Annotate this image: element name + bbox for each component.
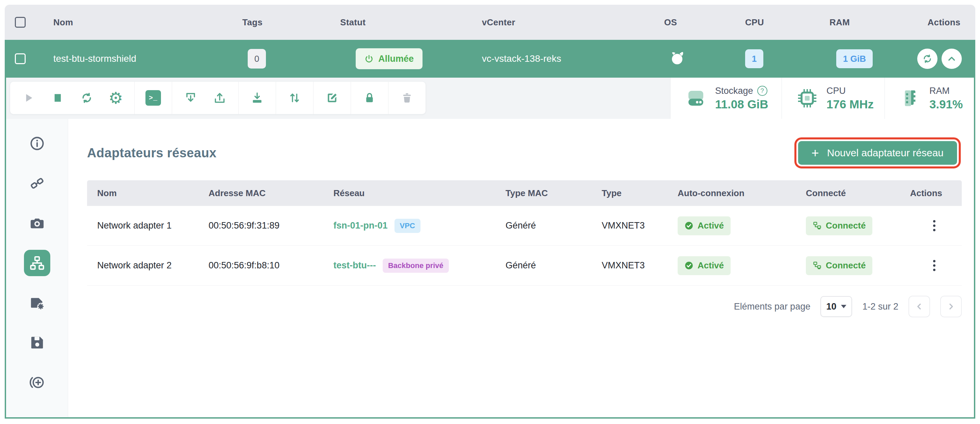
lock-icon — [363, 92, 375, 104]
th-actions: Actions — [905, 188, 962, 199]
sidebar-item-info[interactable] — [24, 130, 50, 157]
vm-row[interactable]: test-btu-stormshield 0 Allumée vc-vstack… — [5, 40, 975, 78]
next-page-button[interactable] — [940, 296, 962, 317]
vm-vcenter: vc-vstack-138-reks — [474, 53, 656, 64]
sync-button[interactable] — [917, 49, 937, 69]
lock-button[interactable] — [355, 82, 384, 114]
adapter-type: VMXNET3 — [602, 220, 678, 231]
auto-connect-badge: Activé — [678, 256, 730, 275]
vm-expanded-section: ⚙ >_ — [5, 78, 975, 419]
sidebar-item-cables[interactable] — [24, 170, 50, 196]
ram-stat: RAM 3.91% — [885, 78, 974, 119]
delete-button[interactable] — [393, 82, 422, 114]
settings-button[interactable]: ⚙ — [101, 82, 130, 114]
sidebar-item-snapshots[interactable] — [24, 210, 50, 236]
col-statut: Statut — [332, 17, 474, 28]
vm-row-checkbox[interactable] — [15, 53, 25, 64]
collapse-row-button[interactable] — [942, 49, 962, 69]
th-reseau: Réseau — [333, 188, 506, 199]
adapters-table-header: Nom Adresse MAC Réseau Type MAC Type Aut… — [87, 180, 962, 206]
new-adapter-button[interactable]: + Nouvel adaptateur réseau — [798, 141, 957, 165]
col-nom: Nom — [45, 17, 234, 28]
adapter-name: Network adapter 1 — [87, 220, 208, 231]
network-topology-icon — [29, 255, 45, 271]
adapter-type: VMXNET3 — [602, 260, 678, 271]
edit-button[interactable] — [318, 82, 347, 114]
cpu-stat: CPU 176 MHz — [781, 78, 885, 119]
edit-icon — [326, 91, 339, 104]
cpu-icon — [797, 88, 818, 109]
storage-value: 11.08 GiB — [715, 97, 768, 111]
adapter-mac: 00:50:56:9f:31:89 — [208, 220, 333, 231]
th-type: Type — [602, 188, 678, 199]
adapters-content: Adaptateurs réseaux + Nouvel adaptateur … — [68, 119, 974, 417]
chevron-up-icon — [946, 53, 957, 64]
row-actions-menu[interactable] — [931, 257, 938, 274]
previous-page-button[interactable] — [908, 296, 930, 317]
vm-name: test-btu-stormshield — [45, 53, 234, 64]
download-button[interactable] — [243, 82, 272, 114]
gear-icon: ⚙ — [108, 90, 123, 106]
save-icon — [29, 335, 45, 351]
trash-icon — [401, 92, 413, 104]
cpu-count-badge: 1 — [745, 49, 764, 68]
install-down-icon — [184, 91, 197, 104]
toolbar-strip: ⚙ >_ — [6, 78, 974, 119]
adapter-row-1: Network adapter 1 00:50:56:9f:31:89 fsn-… — [87, 206, 962, 246]
th-type-mac: Type MAC — [506, 188, 602, 199]
col-cpu: CPU — [737, 17, 821, 28]
sidebar-item-attach-device[interactable] — [24, 369, 50, 395]
refresh-icon — [80, 91, 93, 104]
power-icon — [364, 54, 374, 64]
vm-stats: Stockage ? 11.08 GiB CPU 176 MHz — [670, 78, 974, 119]
export-button[interactable] — [205, 82, 234, 114]
chevron-right-icon — [946, 302, 956, 311]
network-link[interactable]: fsn-01-pn-01 — [333, 220, 388, 231]
adapter-mac: 00:50:56:9f:b8:10 — [208, 260, 333, 271]
console-button[interactable]: >_ — [139, 82, 168, 114]
storage-label: Stockage — [715, 86, 753, 96]
sidebar-item-backups[interactable] — [24, 330, 50, 356]
stop-button[interactable] — [43, 82, 72, 114]
th-mac: Adresse MAC — [208, 188, 333, 199]
plus-icon: + — [811, 147, 819, 159]
auto-connect-badge: Activé — [678, 217, 730, 235]
select-all-checkbox[interactable] — [15, 17, 25, 28]
network-link[interactable]: test-btu--- — [333, 260, 376, 271]
export-up-icon — [213, 91, 226, 104]
swap-vertical-icon — [288, 91, 301, 104]
sync-icon — [922, 53, 933, 64]
network-connected-icon — [813, 261, 822, 270]
sidebar-item-disk-settings[interactable] — [24, 290, 50, 316]
ram-badge: 1 GiB — [836, 49, 873, 68]
page-range: 1-2 sur 2 — [862, 301, 898, 312]
row-actions-menu[interactable] — [931, 217, 938, 234]
ram-icon — [900, 88, 921, 109]
adapters-table: Nom Adresse MAC Réseau Type MAC Type Aut… — [87, 180, 962, 285]
sidebar-item-network-adapters[interactable] — [24, 250, 50, 276]
disk-gear-icon — [29, 295, 45, 311]
check-circle-icon — [684, 221, 694, 230]
col-tags: Tags — [234, 17, 332, 28]
storage-icon — [686, 88, 706, 109]
play-icon — [22, 92, 35, 104]
cable-icon — [29, 175, 45, 191]
stop-icon — [52, 92, 64, 104]
swap-button[interactable] — [280, 82, 309, 114]
cpu-label: CPU — [826, 86, 846, 96]
th-auto-connexion: Auto-connexion — [678, 188, 806, 199]
cpu-value: 176 MHz — [826, 97, 874, 111]
network-type-badge: VPC — [395, 219, 420, 233]
adapter-row-2: Network adapter 2 00:50:56:9f:b8:10 test… — [87, 246, 962, 285]
play-button[interactable] — [14, 82, 43, 114]
col-os: OS — [656, 17, 737, 28]
list-header-row: Nom Tags Statut vCenter OS CPU RAM Actio… — [5, 5, 975, 40]
help-icon[interactable]: ? — [757, 86, 767, 96]
freebsd-os-icon — [670, 50, 685, 66]
camera-icon — [29, 215, 45, 231]
storage-stat: Stockage ? 11.08 GiB — [670, 78, 781, 119]
install-button[interactable] — [176, 82, 205, 114]
restart-button[interactable] — [72, 82, 101, 114]
per-page-select[interactable]: 10 — [820, 296, 852, 317]
vm-toolbar: ⚙ >_ — [10, 82, 426, 114]
